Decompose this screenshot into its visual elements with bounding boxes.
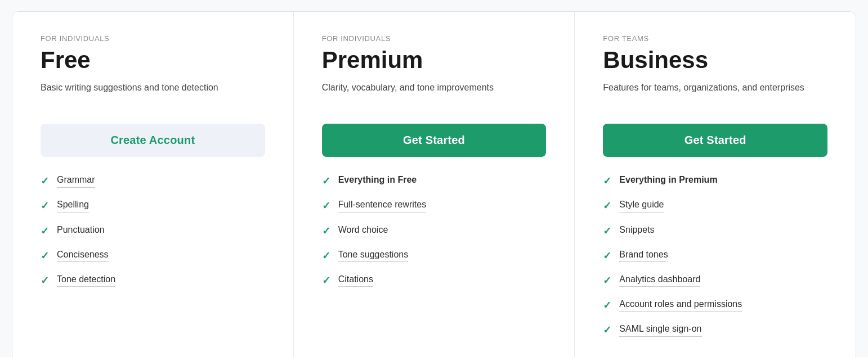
- list-item: ✓Style guide: [603, 198, 827, 213]
- feature-text-business-3: Brand tones: [619, 248, 668, 262]
- check-icon: ✓: [603, 199, 611, 213]
- list-item: ✓Tone suggestions: [322, 248, 547, 263]
- check-icon: ✓: [603, 274, 611, 288]
- list-item: ✓Everything in Free: [322, 174, 547, 188]
- plan-card-business: FOR TEAMSBusinessFeatures for teams, org…: [575, 12, 856, 357]
- check-icon: ✓: [322, 249, 330, 263]
- check-icon: ✓: [603, 323, 611, 337]
- check-icon: ✓: [41, 249, 49, 263]
- feature-list-business: ✓Everything in Premium✓Style guide✓Snipp…: [603, 174, 827, 337]
- plan-cta-button-premium[interactable]: Get Started: [322, 124, 547, 157]
- feature-text-business-5: Account roles and permissions: [619, 298, 742, 311]
- plan-card-premium: FOR INDIVIDUALSPremiumClarity, vocabular…: [294, 12, 575, 357]
- feature-text-premium-3: Tone suggestions: [338, 248, 409, 262]
- plan-description-free: Basic writing suggestions and tone detec…: [41, 81, 265, 108]
- check-icon: ✓: [322, 274, 330, 288]
- feature-list-premium: ✓Everything in Free✓Full-sentence rewrit…: [322, 174, 547, 288]
- list-item: ✓Spelling: [41, 198, 265, 213]
- check-icon: ✓: [603, 299, 611, 313]
- pricing-container: FOR INDIVIDUALSFreeBasic writing suggest…: [12, 11, 856, 357]
- check-icon: ✓: [41, 224, 49, 238]
- feature-text-premium-0: Everything in Free: [338, 174, 417, 186]
- list-item: ✓Everything in Premium: [603, 174, 827, 188]
- feature-list-free: ✓Grammar✓Spelling✓Punctuation✓Concisenes…: [41, 174, 265, 288]
- list-item: ✓Brand tones: [603, 248, 827, 263]
- list-item: ✓Conciseness: [41, 248, 265, 263]
- check-icon: ✓: [41, 174, 49, 188]
- feature-text-free-3: Conciseness: [57, 248, 109, 262]
- check-icon: ✓: [322, 199, 330, 213]
- plan-cta-button-free[interactable]: Create Account: [41, 124, 265, 157]
- feature-text-business-0: Everything in Premium: [619, 174, 717, 186]
- feature-text-business-2: Snippets: [619, 224, 654, 237]
- plan-for-label-business: FOR TEAMS: [603, 34, 827, 43]
- feature-text-free-1: Spelling: [57, 198, 89, 212]
- check-icon: ✓: [322, 224, 330, 238]
- list-item: ✓Grammar: [41, 174, 265, 188]
- plan-card-free: FOR INDIVIDUALSFreeBasic writing suggest…: [12, 12, 294, 357]
- list-item: ✓Word choice: [322, 224, 547, 238]
- check-icon: ✓: [41, 274, 49, 288]
- check-icon: ✓: [603, 224, 611, 238]
- plan-name-business: Business: [603, 47, 827, 73]
- feature-text-premium-4: Citations: [338, 273, 373, 287]
- feature-text-premium-1: Full-sentence rewrites: [338, 198, 427, 212]
- list-item: ✓Full-sentence rewrites: [322, 198, 547, 213]
- plan-for-label-premium: FOR INDIVIDUALS: [322, 34, 547, 43]
- feature-text-business-4: Analytics dashboard: [619, 273, 700, 287]
- plan-for-label-free: FOR INDIVIDUALS: [41, 34, 265, 43]
- check-icon: ✓: [603, 249, 611, 263]
- feature-text-premium-2: Word choice: [338, 224, 388, 237]
- feature-text-business-6: SAML single sign-on: [619, 323, 701, 336]
- feature-text-free-0: Grammar: [57, 174, 95, 187]
- list-item: ✓Citations: [322, 273, 547, 288]
- list-item: ✓Punctuation: [41, 224, 265, 238]
- list-item: ✓Snippets: [603, 224, 827, 238]
- plan-name-premium: Premium: [322, 47, 547, 73]
- plan-cta-button-business[interactable]: Get Started: [603, 124, 827, 157]
- plan-description-business: Features for teams, organizations, and e…: [603, 81, 827, 108]
- check-icon: ✓: [603, 174, 611, 188]
- plan-description-premium: Clarity, vocabulary, and tone improvemen…: [322, 81, 547, 108]
- list-item: ✓Tone detection: [41, 273, 265, 288]
- feature-text-free-2: Punctuation: [57, 224, 105, 237]
- list-item: ✓SAML single sign-on: [603, 323, 827, 337]
- feature-text-business-1: Style guide: [619, 198, 664, 212]
- plan-name-free: Free: [41, 47, 265, 73]
- check-icon: ✓: [41, 199, 49, 213]
- feature-text-free-4: Tone detection: [57, 273, 115, 287]
- check-icon: ✓: [322, 174, 330, 188]
- list-item: ✓Account roles and permissions: [603, 298, 827, 313]
- list-item: ✓Analytics dashboard: [603, 273, 827, 288]
